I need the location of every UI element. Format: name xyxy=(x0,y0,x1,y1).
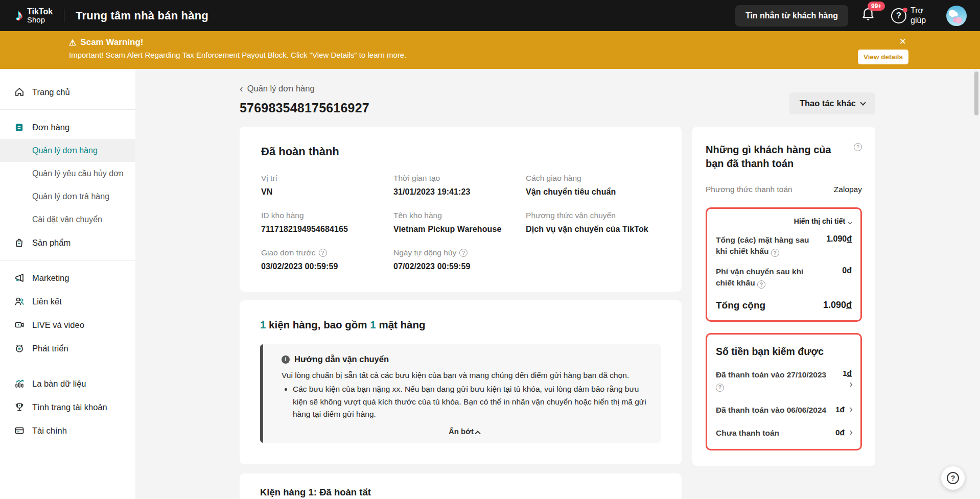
info-question-icon[interactable]: ? xyxy=(716,384,724,392)
user-avatar[interactable] xyxy=(946,6,967,26)
field-label: Vị trí xyxy=(261,174,383,183)
floating-help-button[interactable]: ? xyxy=(941,466,965,490)
field-label: Thời gian tạo xyxy=(393,174,516,183)
field-value: Dịch vụ vận chuyển của TikTok xyxy=(526,225,660,234)
tiktok-shop-logo[interactable]: ♪ TikTok Shop xyxy=(15,8,53,24)
sidebar-item-label: La bàn dữ liệu xyxy=(32,379,86,389)
sidebar-item-growth[interactable]: Phát triển xyxy=(0,337,135,360)
banner-close-icon[interactable]: ✕ xyxy=(899,36,906,47)
order-field: Cách giao hàng Vận chuyển tiêu chuẩn xyxy=(526,174,660,197)
show-details-toggle[interactable]: Hiển thị chi tiết xyxy=(716,217,852,225)
sidebar-item-returns[interactable]: Quản lý dơn trả hàng xyxy=(0,185,135,208)
field-label: Ngày tự dộng hủy xyxy=(393,248,456,257)
info-question-icon[interactable]: ? xyxy=(757,280,765,289)
field-label: Giao dơn trước xyxy=(261,248,316,257)
earnings-row[interactable]: Chưa thanh toán 0đ xyxy=(716,427,852,439)
main-content: ‹ Quản lý đơn hàng 576983548175616927 Th… xyxy=(135,69,980,499)
info-question-icon[interactable]: ? xyxy=(459,249,468,257)
sidebar-item-marketing[interactable]: Marketing xyxy=(0,266,135,290)
breadcrumb-back-link[interactable]: ‹ Quản lý đơn hàng xyxy=(240,83,315,93)
total-value: 1.090đ xyxy=(823,300,852,311)
field-value: 03/02/2023 00:59:59 xyxy=(261,262,383,271)
banner-title: Scam Warning! xyxy=(80,37,143,47)
amount: 1 xyxy=(835,405,840,414)
chevron-up-icon xyxy=(475,431,480,436)
earnings-row-value: 1đ xyxy=(843,369,852,378)
field-value: VN xyxy=(261,187,383,197)
info-question-icon[interactable]: ? xyxy=(854,143,862,151)
field-value: Vận chuyển tiêu chuẩn xyxy=(526,187,660,197)
people-icon xyxy=(14,296,25,307)
subtotal-value: 1.090đ xyxy=(826,234,852,257)
back-chevron-icon: ‹ xyxy=(240,83,243,93)
instruction-body: Vui lòng chuẩn bị sẵn tất cả các bưu kiệ… xyxy=(282,369,647,382)
customer-messages-button[interactable]: Tin nhắn từ khách hàng xyxy=(735,5,848,27)
help-question-glyph: ? xyxy=(896,11,901,21)
sidebar-subitem-label: Quản lý yêu cầu hủy dơn xyxy=(32,169,124,178)
scrollbar-thumb[interactable] xyxy=(974,72,978,115)
instruction-title: Hướng dẫn vận chuyển xyxy=(294,354,389,364)
field-value: 07/02/2023 00:59:59 xyxy=(393,262,516,271)
sidebar-item-label: Phát triển xyxy=(32,344,68,353)
orders-icon xyxy=(14,122,25,133)
sidebar-item-label: Trang chủ xyxy=(32,87,70,97)
sidebar-item-cancel-requests[interactable]: Quản lý yêu cầu hủy dơn xyxy=(0,162,135,185)
scam-warning-banner: ⚠ Scam Warning! Important! Scam Alert Re… xyxy=(0,31,980,69)
bar-chart-icon xyxy=(14,378,25,389)
topbar-right-cluster: Tin nhắn từ khách hàng 99+ ? Trợ giúp xyxy=(735,5,967,27)
field-value: 7117182194954684165 xyxy=(261,225,383,234)
sidebar-item-account-health[interactable]: Tình trạng tài khoản xyxy=(0,395,135,419)
earnings-row-value: 0đ xyxy=(835,428,845,437)
amount: 0 xyxy=(842,266,847,275)
sidebar-item-live-video[interactable]: LIVE và video xyxy=(0,313,135,337)
currency-symbol: đ xyxy=(847,234,852,243)
sidebar-item-label: LIVE và video xyxy=(32,320,84,330)
help-button[interactable]: ? Trợ giúp xyxy=(891,6,933,25)
info-circle-icon: i xyxy=(282,355,290,364)
item-count: 1 xyxy=(370,319,376,330)
earnings-row-label: Đã thanh toán vào 27/10/2023 xyxy=(716,370,826,379)
subtotal-label: Tổng (các) mặt hàng sau khi chiết khấu xyxy=(716,235,809,255)
sidebar-item-home[interactable]: Trang chủ xyxy=(0,80,135,104)
amount: 0 xyxy=(835,428,840,437)
order-field: Ngày tự dộng hủy ? 07/02/2023 00:59:59 xyxy=(393,248,516,271)
show-details-label: Hiển thị chi tiết xyxy=(794,217,845,225)
sidebar-item-label: Tình trạng tài khoản xyxy=(32,402,107,412)
sidebar-item-data-compass[interactable]: La bàn dữ liệu xyxy=(0,372,135,395)
tiktok-note-icon: ♪ xyxy=(15,8,23,23)
sidebar-item-order-management[interactable]: Quản lý dơn hàng xyxy=(0,139,135,162)
home-icon xyxy=(14,87,25,98)
more-actions-label: Thao tác khác xyxy=(800,99,856,108)
shipment-card: Kiện hàng 1: Đã hoàn tất Khoản hoàn tiền… xyxy=(240,473,682,499)
collapse-toggle[interactable]: Ẩn bớt xyxy=(282,427,647,436)
sidebar-item-finance[interactable]: Tài chính xyxy=(0,419,135,442)
package-heading-text: kiện hàng, bao gồm xyxy=(266,319,370,330)
chevron-right-icon xyxy=(848,383,852,387)
info-question-icon[interactable]: ? xyxy=(771,249,779,257)
more-actions-button[interactable]: Thao tác khác xyxy=(789,92,875,114)
order-status-card: Đã hoàn thành Vị trí VN Thời gian tạo 31… xyxy=(240,127,682,292)
sidebar-item-affiliate[interactable]: Liên kết xyxy=(0,290,135,313)
sidebar-item-orders[interactable]: Đơn hàng xyxy=(0,115,135,139)
amount: 1 xyxy=(843,369,847,377)
earnings-row[interactable]: Đã thanh toán vào 06/06/2024 1đ xyxy=(716,404,852,416)
info-question-icon[interactable]: ? xyxy=(319,249,327,257)
subtotal-row: Tổng (các) mặt hàng sau khi chiết khấu ?… xyxy=(716,234,852,257)
package-count: 1 xyxy=(260,319,266,330)
earnings-box: Số tiền bạn kiếm được Đã thanh toán vào … xyxy=(706,333,862,450)
earnings-row[interactable]: Đã thanh toán vào 27/10/2023 ? 1đ xyxy=(716,369,852,393)
payment-method-label: Phương thức thanh toán xyxy=(706,185,792,194)
amount: 1.090 xyxy=(823,300,846,310)
notifications-button[interactable]: 99+ xyxy=(861,8,875,24)
sidebar-item-label: Liên kết xyxy=(32,297,62,306)
sidebar-item-products[interactable]: Sản phẩm xyxy=(0,231,135,254)
chevron-right-icon xyxy=(848,431,852,435)
order-field: ID kho hàng 7117182194954684165 xyxy=(261,211,383,234)
sidebar-item-shipping-settings[interactable]: Cài dặt vận chuyển xyxy=(0,208,135,231)
sidebar-divider xyxy=(0,260,135,260)
sidebar-subitem-label: Cài dặt vận chuyển xyxy=(32,215,102,224)
payment-method-value: Zalopay xyxy=(834,185,862,194)
view-details-button[interactable]: View details xyxy=(858,50,908,64)
help-question-icon: ? xyxy=(891,8,906,23)
earnings-title: Số tiền bạn kiếm được xyxy=(716,346,852,358)
